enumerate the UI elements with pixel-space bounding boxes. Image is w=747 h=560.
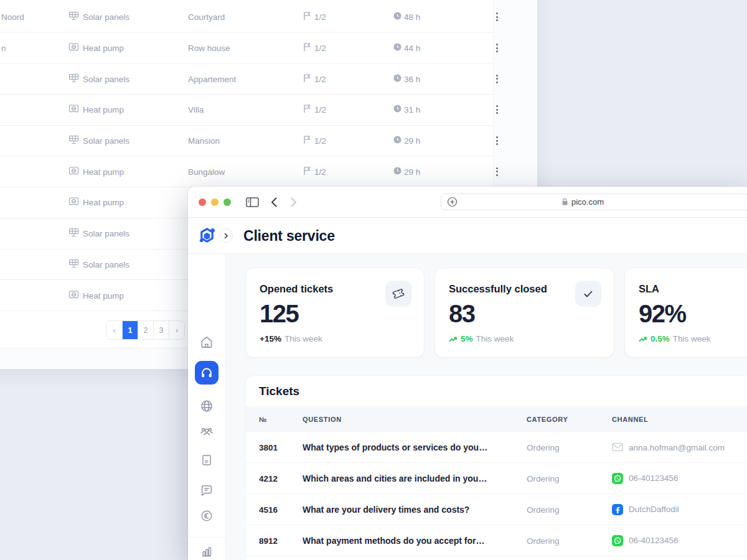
clock-icon	[393, 105, 402, 114]
ticket-channel: 06-40123456	[612, 473, 679, 484]
clock-icon	[393, 136, 402, 146]
facebook-icon	[612, 504, 623, 515]
sidebar-item-web[interactable]	[200, 399, 214, 413]
page-content: Opened tickets 125 +15% This week Succes…	[226, 254, 747, 560]
flag-count: 1/2	[314, 74, 326, 83]
forward-icon[interactable]	[290, 197, 297, 208]
sidebar-item-home[interactable]	[200, 335, 214, 349]
owner-label: n	[1, 44, 6, 53]
stat-title: SLA	[639, 283, 747, 295]
ticket-category: Ordering	[527, 505, 560, 514]
ticket-row[interactable]: 3801 What types of products or services …	[246, 432, 747, 463]
table-row: Solar panels Appartement 1/2 36 h	[0, 63, 493, 95]
table-row: Solar panels Mansion 1/2 29 h	[0, 126, 493, 157]
tickets-title: Tickets	[259, 385, 299, 398]
chat-icon	[200, 483, 214, 497]
flag-icon	[303, 166, 311, 177]
minimize-button[interactable]	[211, 198, 218, 206]
sidebar-toggle-icon[interactable]	[246, 197, 259, 207]
sidebar-item-customers[interactable]	[199, 424, 214, 439]
sidebar-item-client-service[interactable]	[195, 361, 218, 385]
solar-panel-icon	[68, 258, 79, 271]
asset-type-label: Solar panels	[83, 136, 129, 146]
row-menu-button[interactable]	[491, 72, 502, 86]
flag-count: 1/2	[314, 136, 326, 146]
asset-type-label: Solar panels	[83, 229, 129, 238]
pagination-page-1[interactable]: 1	[122, 321, 138, 339]
home-icon	[200, 335, 214, 349]
ticket-category: Ordering	[527, 474, 560, 483]
location-label: Mansion	[188, 136, 220, 146]
pagination: ‹ 1 2 3 ›	[106, 320, 185, 340]
trend-up-icon	[639, 335, 647, 343]
ticket-category: Ordering	[527, 536, 560, 545]
circled-plus-icon[interactable]	[447, 197, 458, 207]
flag-icon	[303, 73, 311, 85]
stat-change-line: 0.5% This week	[639, 334, 747, 343]
traffic-lights	[199, 198, 231, 206]
page-title: Client service	[243, 218, 335, 254]
ticket-channel: DutchDaffodil	[612, 504, 679, 515]
heat-pump-icon	[68, 42, 79, 54]
stat-value: 92%	[639, 300, 747, 328]
column-header-category: CATEGORY	[527, 416, 568, 423]
row-menu-button[interactable]	[491, 165, 502, 179]
location-label: Appartement	[188, 74, 236, 83]
owner-label: Noord	[1, 12, 24, 22]
flag-icon	[303, 11, 311, 22]
sidebar-item-billing[interactable]	[200, 509, 214, 523]
url-text: pico.com	[571, 197, 604, 207]
ticket-question: What are your delivery times and costs?	[303, 505, 469, 515]
heat-pump-icon	[68, 289, 79, 302]
whatsapp-icon	[612, 535, 623, 546]
pagination-next-button[interactable]: ›	[169, 321, 184, 339]
ticket-number: 3801	[259, 442, 278, 452]
solar-panel-icon	[68, 227, 79, 240]
flag-count: 1/2	[314, 12, 326, 22]
flag-count: 1/2	[314, 105, 326, 114]
heat-pump-icon	[68, 196, 79, 208]
stat-change-note: This week	[673, 334, 711, 343]
rail-divider	[188, 537, 225, 538]
sidebar-item-messages[interactable]	[200, 483, 214, 497]
time-label: 44 h	[404, 44, 420, 53]
trend-up-icon	[449, 335, 458, 343]
ticket-channel: 06-40123456	[612, 535, 679, 546]
heat-pump-icon	[68, 103, 79, 116]
channel-label: anna.hofman@gmail.com	[629, 442, 725, 452]
row-menu-button[interactable]	[491, 134, 502, 147]
close-button[interactable]	[199, 198, 206, 206]
ticket-row[interactable]: 4212 Which areas and cities are included…	[246, 463, 747, 494]
zoom-button[interactable]	[223, 198, 231, 206]
stats-row: Opened tickets 125 +15% This week Succes…	[245, 268, 747, 358]
row-menu-button[interactable]	[491, 10, 502, 24]
chevron-right-icon	[224, 233, 228, 239]
location-label: Row house	[188, 44, 230, 53]
channel-label: 06-40123456	[629, 536, 679, 545]
pagination-page-3[interactable]: 3	[153, 321, 169, 339]
pagination-page-2[interactable]: 2	[138, 321, 153, 339]
ticket-row[interactable]: 4516 What are your delivery times and co…	[246, 494, 747, 525]
document-icon	[200, 454, 214, 467]
asset-type-label: Heat pump	[83, 167, 124, 176]
row-menu-button[interactable]	[491, 103, 502, 116]
pagination-prev-button[interactable]: ‹	[106, 321, 122, 339]
sidebar-item-documents[interactable]	[200, 454, 214, 467]
sidebar-item-analytics[interactable]	[200, 545, 214, 558]
location-label: Villa	[188, 105, 204, 114]
stat-card-successfully-closed: Successfully closed 83 5% This week	[435, 268, 614, 358]
address-bar[interactable]: pico.com	[441, 194, 747, 210]
back-icon[interactable]	[271, 197, 278, 208]
ticket-row[interactable]: 8912 What payment methods do you accept …	[246, 525, 747, 556]
stat-card-sla: SLA 92% 0.5% This week	[624, 268, 747, 358]
solar-panel-icon	[68, 134, 79, 147]
sidebar-collapse-button[interactable]	[218, 228, 233, 243]
lock-icon	[561, 198, 568, 206]
clock-icon	[393, 167, 402, 177]
stat-card-opened-tickets: Opened tickets 125 +15% This week	[245, 268, 425, 358]
users-icon	[199, 424, 214, 439]
ticket-number: 4516	[259, 505, 278, 514]
time-label: 31 h	[404, 105, 420, 114]
row-menu-button[interactable]	[491, 41, 502, 55]
location-label: Courtyard	[188, 12, 225, 22]
